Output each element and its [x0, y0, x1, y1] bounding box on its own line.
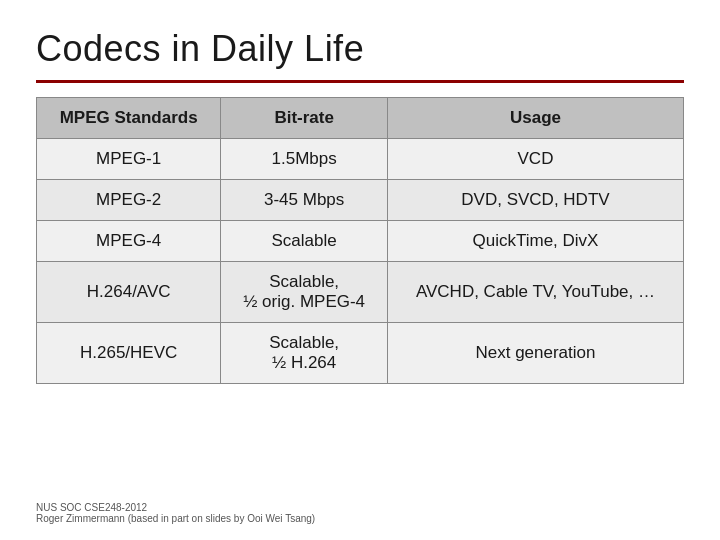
table-cell: MPEG-4 [37, 221, 221, 262]
page-title: Codecs in Daily Life [36, 28, 684, 70]
table-header-cell: MPEG Standards [37, 98, 221, 139]
slide: Codecs in Daily Life MPEG StandardsBit-r… [0, 0, 720, 540]
table-cell: MPEG-1 [37, 139, 221, 180]
table-cell: Scalable, ½ orig. MPEG-4 [221, 262, 388, 323]
table-cell: Scalable, ½ H.264 [221, 323, 388, 384]
divider-line [36, 80, 684, 83]
table-row: MPEG-23-45 MbpsDVD, SVCD, HDTV [37, 180, 684, 221]
table-wrapper: MPEG StandardsBit-rateUsage MPEG-11.5Mbp… [36, 97, 684, 492]
table-cell: H.265/HEVC [37, 323, 221, 384]
footer-line1: NUS SOC CSE248-2012 [36, 502, 684, 513]
table-cell: 1.5Mbps [221, 139, 388, 180]
table-header-cell: Bit-rate [221, 98, 388, 139]
footer-line2: Roger Zimmermann (based in part on slide… [36, 513, 684, 524]
codec-table: MPEG StandardsBit-rateUsage MPEG-11.5Mbp… [36, 97, 684, 384]
table-row: H.265/HEVCScalable, ½ H.264Next generati… [37, 323, 684, 384]
table-cell: QuickTime, DivX [387, 221, 683, 262]
table-row: H.264/AVCScalable, ½ orig. MPEG-4AVCHD, … [37, 262, 684, 323]
table-row: MPEG-4ScalableQuickTime, DivX [37, 221, 684, 262]
table-row: MPEG-11.5MbpsVCD [37, 139, 684, 180]
table-cell: AVCHD, Cable TV, YouTube, … [387, 262, 683, 323]
table-cell: H.264/AVC [37, 262, 221, 323]
table-cell: Scalable [221, 221, 388, 262]
table-cell: Next generation [387, 323, 683, 384]
table-cell: MPEG-2 [37, 180, 221, 221]
table-cell: DVD, SVCD, HDTV [387, 180, 683, 221]
footer: NUS SOC CSE248-2012 Roger Zimmermann (ba… [36, 502, 684, 524]
table-header-cell: Usage [387, 98, 683, 139]
table-header-row: MPEG StandardsBit-rateUsage [37, 98, 684, 139]
table-cell: 3-45 Mbps [221, 180, 388, 221]
table-cell: VCD [387, 139, 683, 180]
table-body: MPEG-11.5MbpsVCDMPEG-23-45 MbpsDVD, SVCD… [37, 139, 684, 384]
